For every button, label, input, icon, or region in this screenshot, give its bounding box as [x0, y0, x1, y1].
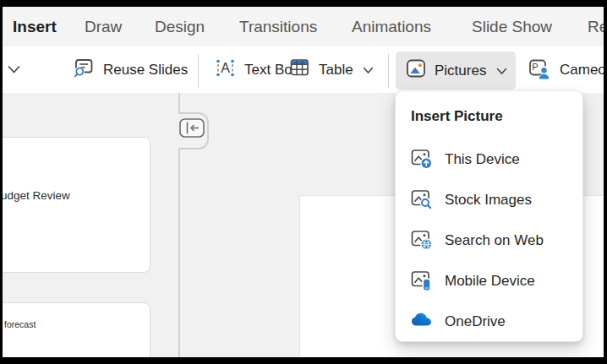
menu-item-label: Mobile Device — [445, 273, 535, 290]
ribbon-tab-bar: Insert Draw Design Transitions Animation… — [3, 7, 604, 46]
reuse-slides-button[interactable]: Reuse Slides — [72, 46, 188, 93]
new-slide-dropdown-button[interactable] — [7, 46, 21, 93]
cameo-icon: P — [526, 55, 552, 85]
reuse-slides-icon — [72, 56, 96, 84]
svg-text:A: A — [221, 61, 230, 75]
tab-slide-show[interactable]: Slide Show — [472, 7, 552, 46]
picture-search-icon — [410, 187, 433, 214]
tab-review[interactable]: Review — [588, 7, 604, 46]
chevron-down-icon — [496, 62, 507, 79]
chevron-down-icon — [363, 62, 374, 79]
slide-thumbnail-1-title: Budget Review — [3, 189, 70, 202]
tab-insert[interactable]: Insert — [13, 7, 57, 46]
toolbar-separator — [388, 54, 389, 88]
reuse-slides-label: Reuse Slides — [103, 62, 188, 79]
insert-picture-menu-title: Insert Picture — [411, 108, 503, 125]
text-box-icon: A — [214, 57, 237, 84]
menu-item-label: Search on Web — [445, 232, 544, 249]
menu-item-stock-images[interactable]: Stock Images — [396, 180, 582, 220]
tab-animations[interactable]: Animations — [352, 7, 431, 46]
picture-web-icon — [410, 228, 433, 254]
menu-item-mobile-device[interactable]: Mobile Device — [396, 261, 582, 302]
collapse-thumbnails-button[interactable] — [179, 118, 205, 138]
table-button[interactable]: Table — [287, 46, 374, 93]
cameo-button[interactable]: P Cameo — [526, 46, 604, 93]
cameo-label: Cameo — [560, 62, 604, 79]
picture-mobile-icon — [410, 269, 433, 295]
tab-draw[interactable]: Draw — [85, 7, 122, 46]
table-icon — [287, 56, 311, 84]
svg-text:P: P — [532, 62, 538, 72]
menu-item-label: This Device — [445, 151, 520, 168]
toolbar-separator — [198, 54, 199, 88]
tab-transitions[interactable]: Transitions — [239, 7, 317, 46]
powerpoint-app: Insert Draw Design Transitions Animation… — [3, 7, 604, 357]
picture-upload-icon — [410, 147, 433, 173]
menu-item-label: OneDrive — [445, 313, 506, 330]
menu-item-this-device[interactable]: This Device — [396, 139, 582, 180]
pictures-icon — [404, 57, 428, 84]
slide-thumbnail-1[interactable] — [3, 137, 150, 273]
ribbon-toolbar: Reuse Slides A Text Box — [3, 46, 604, 93]
insert-picture-menu: Insert Picture This Device — [395, 90, 583, 342]
menu-item-search-on-web[interactable]: Search on Web — [396, 220, 582, 261]
menu-item-label: Stock Images — [445, 192, 532, 209]
pictures-button[interactable]: Pictures — [396, 52, 516, 90]
slide-thumbnail-2[interactable] — [3, 302, 150, 357]
table-label: Table — [319, 62, 353, 79]
menu-item-onedrive[interactable]: OneDrive — [396, 302, 582, 342]
collapse-thumbnails-icon — [179, 126, 205, 140]
onedrive-icon — [410, 309, 433, 335]
slide-thumbnail-2-title: forecast — [4, 319, 36, 329]
app-window: Insert Draw Design Transitions Animation… — [0, 0, 607, 364]
chevron-down-icon — [7, 62, 21, 79]
tab-design[interactable]: Design — [155, 7, 205, 46]
pictures-label: Pictures — [435, 62, 486, 79]
